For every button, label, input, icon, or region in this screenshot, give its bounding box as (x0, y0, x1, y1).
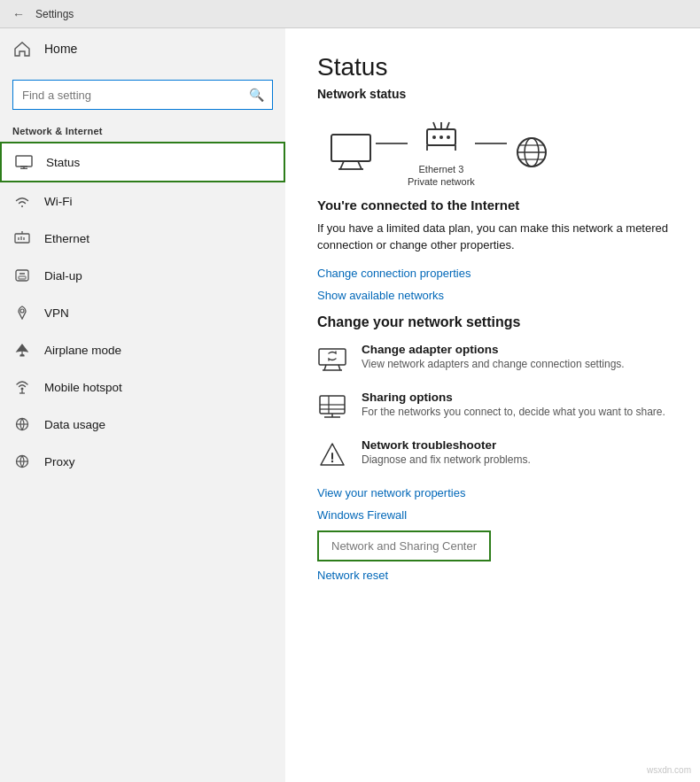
sidebar-item-data[interactable]: Data usage (0, 406, 285, 443)
network-reset-link[interactable]: Network reset (317, 569, 668, 582)
sidebar-item-airplane[interactable]: Airplane mode (0, 331, 285, 368)
sharing-center-box[interactable]: Network and Sharing Center (317, 530, 491, 561)
router-node: Ethernet 3 Private network (408, 117, 475, 189)
connected-desc: If you have a limited data plan, you can… (317, 220, 668, 254)
svg-line-24 (358, 161, 362, 169)
svg-line-42 (338, 365, 340, 370)
back-button[interactable]: ← (11, 6, 27, 22)
data-icon (12, 414, 32, 434)
airplane-label: Airplane mode (44, 344, 121, 357)
adapter-options-item[interactable]: Change adapter options View network adap… (317, 343, 668, 375)
airplane-icon (12, 340, 32, 360)
adapter-desc: View network adapters and change connect… (362, 358, 625, 370)
svg-point-11 (19, 273, 21, 275)
svg-point-51 (331, 460, 333, 461)
sharing-icon (317, 392, 347, 422)
dialup-label: Dial-up (44, 269, 82, 283)
search-input[interactable] (12, 80, 273, 110)
network-diagram: Ethernet 3 Private network (326, 117, 668, 189)
svg-point-15 (21, 388, 24, 391)
svg-line-30 (433, 122, 436, 129)
sidebar-item-home[interactable]: Home (0, 28, 285, 69)
svg-line-23 (340, 161, 344, 169)
sidebar-item-hotspot[interactable]: Mobile hotspot (0, 368, 285, 406)
svg-point-27 (432, 135, 436, 139)
svg-rect-40 (319, 349, 346, 365)
main-layout: Home 🔍 Network & Internet Status (0, 28, 700, 782)
router-icon (416, 117, 466, 159)
sidebar-item-proxy[interactable]: Proxy (0, 443, 285, 480)
svg-point-14 (20, 309, 24, 313)
show-networks-link[interactable]: Show available networks (317, 289, 668, 302)
change-connection-link[interactable]: Change connection properties (317, 267, 668, 280)
monitor-icon (326, 131, 376, 174)
hotspot-icon (12, 377, 32, 397)
globe-icon (507, 131, 556, 174)
sharing-center-label: Network and Sharing Center (331, 539, 477, 553)
svg-line-32 (447, 122, 449, 129)
svg-rect-0 (16, 156, 32, 166)
vpn-label: VPN (44, 306, 69, 320)
svg-point-28 (439, 135, 443, 139)
sidebar-item-ethernet[interactable]: Ethernet (0, 220, 285, 257)
content-area: Status Network status (285, 28, 700, 782)
svg-line-41 (324, 365, 326, 370)
svg-point-12 (21, 273, 23, 275)
view-properties-link[interactable]: View your network properties (317, 486, 668, 499)
home-icon (12, 39, 32, 58)
line-1 (376, 143, 408, 144)
titlebar-title: Settings (35, 8, 74, 20)
troubleshooter-name: Network troubleshooter (362, 438, 531, 452)
sidebar-item-wifi[interactable]: Wi-Fi (0, 182, 285, 220)
line-2 (475, 143, 507, 144)
sidebar-item-dialup[interactable]: Dial-up (0, 257, 285, 294)
status-icon (14, 152, 34, 172)
titlebar: ← Settings (0, 0, 700, 28)
network-status-label: Network status (317, 87, 668, 101)
watermark: wsxdn.com (647, 765, 691, 775)
search-icon: 🔍 (249, 88, 264, 102)
sharing-options-item[interactable]: Sharing options For the networks you con… (317, 391, 668, 422)
troubleshooter-desc: Diagnose and fix network problems. (362, 453, 531, 466)
sidebar-item-vpn[interactable]: VPN (0, 294, 285, 331)
wifi-icon (12, 191, 32, 211)
ethernet-icon (12, 228, 32, 248)
proxy-label: Proxy (44, 455, 75, 468)
connected-text: You're connected to the Internet (317, 197, 668, 213)
proxy-icon (12, 452, 32, 471)
svg-rect-4 (15, 234, 29, 243)
ethernet-label: Ethernet (44, 232, 89, 245)
wifi-label: Wi-Fi (44, 195, 72, 208)
page-title: Status (317, 53, 668, 81)
adapter-icon (317, 345, 347, 375)
vpn-icon (12, 303, 32, 322)
svg-rect-22 (331, 135, 370, 161)
router-label: Ethernet 3 Private network (408, 163, 475, 189)
globe-node (507, 131, 556, 174)
hotspot-label: Mobile hotspot (44, 381, 122, 394)
svg-point-13 (23, 273, 25, 275)
svg-point-29 (447, 135, 450, 139)
monitor-node (326, 131, 376, 174)
firewall-link[interactable]: Windows Firewall (317, 508, 668, 522)
sharing-desc: For the networks you connect to, decide … (362, 406, 665, 418)
svg-rect-10 (19, 276, 26, 279)
dialup-icon (12, 266, 32, 285)
status-label: Status (46, 156, 80, 169)
change-settings-heading: Change your network settings (317, 314, 668, 330)
troubleshooter-icon (317, 440, 347, 470)
home-label: Home (44, 42, 77, 56)
search-box: 🔍 (12, 80, 273, 110)
data-label: Data usage (44, 418, 105, 431)
adapter-name: Change adapter options (362, 343, 625, 356)
sharing-name: Sharing options (362, 391, 665, 404)
sidebar: Home 🔍 Network & Internet Status (0, 28, 285, 782)
section-title: Network & Internet (0, 119, 285, 142)
troubleshooter-item[interactable]: Network troubleshooter Diagnose and fix … (317, 438, 668, 470)
sidebar-item-status[interactable]: Status (0, 142, 285, 182)
